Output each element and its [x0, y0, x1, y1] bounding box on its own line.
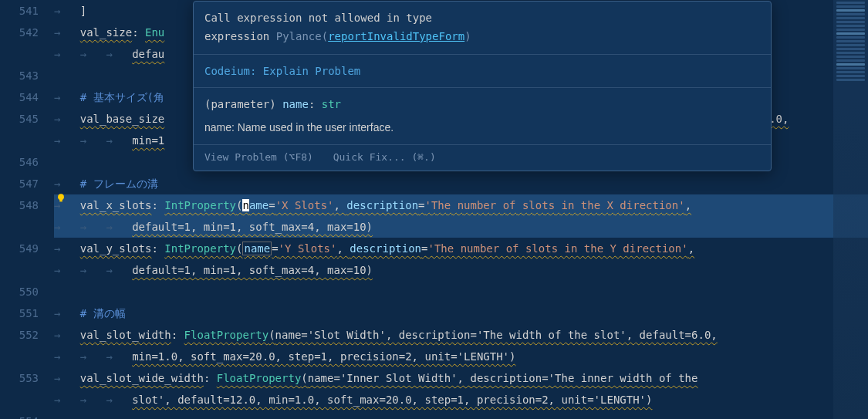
line-number: 551 — [0, 302, 39, 324]
code-line[interactable]: → → → default=1, min=1, soft_max=4, max=… — [54, 216, 868, 238]
svg-rect-1 — [59, 200, 62, 202]
code-line[interactable]: → val_y_slots: IntProperty(name='Y Slots… — [54, 238, 868, 259]
code-line[interactable] — [54, 281, 868, 302]
line-number: 543 — [0, 65, 39, 86]
quick-fix-action[interactable]: Quick Fix... (⌘.) — [333, 151, 436, 163]
line-number: 552 — [0, 324, 39, 346]
hover-actions: View Problem (⌥F8) Quick Fix... (⌘.) — [194, 145, 771, 171]
diagnostic-message: Call expression not allowed in type expr… — [194, 2, 771, 55]
code-line[interactable]: → → → slot', default=12.0, min=1.0, soft… — [54, 389, 868, 411]
line-number: 541 — [0, 0, 39, 22]
line-number-gutter: 541 542 543 544 545 546 547 548 549 550 … — [0, 0, 54, 419]
line-number: 554 — [0, 411, 39, 419]
view-problem-action[interactable]: View Problem (⌥F8) — [204, 151, 313, 163]
line-number — [0, 130, 39, 151]
parameter-info: (parameter) name: str name: Name used in… — [194, 88, 771, 145]
line-number: 548 — [0, 194, 39, 216]
svg-point-0 — [58, 194, 64, 200]
minimap[interactable] — [833, 0, 868, 419]
codeium-action[interactable]: Codeium: Explain Problem — [194, 55, 771, 88]
line-number — [0, 259, 39, 281]
line-number — [0, 216, 39, 238]
code-line[interactable]: → → → min=1.0, soft_max=20.0, step=1, pr… — [54, 346, 868, 367]
hover-tooltip: Call expression not allowed in type expr… — [193, 1, 772, 171]
code-line[interactable]: → val_slot_width: FloatProperty(name='Sl… — [54, 324, 868, 346]
code-line[interactable]: → # 溝の幅 — [54, 302, 868, 324]
line-number: 545 — [0, 108, 39, 130]
code-line[interactable]: → # フレームの溝 — [54, 173, 868, 194]
line-number — [0, 389, 39, 411]
code-line[interactable] — [54, 411, 868, 419]
code-line[interactable]: → val_slot_wide_width: FloatProperty(nam… — [54, 367, 868, 389]
line-number — [0, 346, 39, 367]
line-number: 553 — [0, 367, 39, 389]
line-number: 549 — [0, 238, 39, 259]
code-line-active[interactable]: → val_x_slots: IntProperty(name='X Slots… — [54, 194, 868, 216]
line-number: 550 — [0, 281, 39, 302]
line-number: 542 — [0, 22, 39, 43]
code-line[interactable]: → → → default=1, min=1, soft_max=4, max=… — [54, 259, 868, 281]
pylance-rule-link[interactable]: reportInvalidTypeForm — [328, 30, 464, 42]
line-number: 547 — [0, 173, 39, 194]
line-number: 544 — [0, 86, 39, 108]
lightbulb-icon[interactable] — [56, 191, 66, 202]
line-number — [0, 43, 39, 65]
line-number: 546 — [0, 151, 39, 173]
